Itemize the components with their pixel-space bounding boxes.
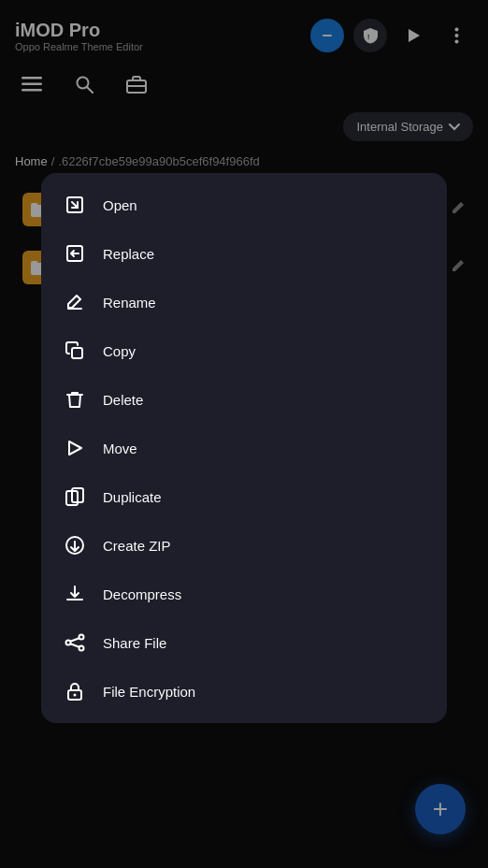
menu-item-duplicate[interactable]: Duplicate [41,472,447,521]
menu-item-createzip-label: Create ZIP [103,538,171,554]
menu-item-rename-label: Rename [103,295,156,311]
svg-point-22 [66,641,71,645]
menu-item-decompress[interactable]: Decompress [41,570,447,618]
menu-item-delete-label: Delete [103,392,143,408]
menu-item-replace-label: Replace [103,246,154,262]
menu-item-fileencryption[interactable]: File Encryption [41,667,447,716]
svg-point-26 [74,694,77,697]
fileencryption-icon [64,680,86,702]
menu-item-open[interactable]: Open [41,181,447,229]
menu-item-copy-label: Copy [103,343,136,359]
context-menu: Open Replace Rename Copy [41,173,447,723]
replace-icon [64,242,86,265]
rename-icon [64,291,86,313]
duplicate-icon [64,485,86,508]
menu-item-move-label: Move [103,441,137,456]
menu-item-replace[interactable]: Replace [41,229,447,278]
svg-line-23 [70,638,79,642]
svg-marker-16 [69,441,81,455]
svg-rect-15 [72,348,82,358]
menu-item-decompress-label: Decompress [103,586,181,602]
sharefile-icon [64,631,86,654]
menu-item-sharefile[interactable]: Share File [41,618,447,667]
decompress-icon [64,583,86,605]
menu-item-delete[interactable]: Delete [41,375,447,424]
open-icon [64,194,86,216]
createzip-icon [64,534,86,557]
svg-line-24 [70,644,79,647]
menu-item-open-label: Open [103,197,137,213]
copy-icon [64,340,86,362]
menu-item-move[interactable]: Move [41,424,447,472]
menu-item-copy[interactable]: Copy [41,326,447,375]
menu-item-duplicate-label: Duplicate [103,489,162,505]
delete-icon [64,388,86,411]
svg-point-21 [79,646,84,651]
menu-item-rename[interactable]: Rename [41,278,447,326]
menu-item-fileencryption-label: File Encryption [103,684,195,700]
menu-item-sharefile-label: Share File [103,635,166,651]
menu-item-createzip[interactable]: Create ZIP [41,521,447,570]
svg-point-20 [79,635,84,640]
move-icon [64,437,86,459]
